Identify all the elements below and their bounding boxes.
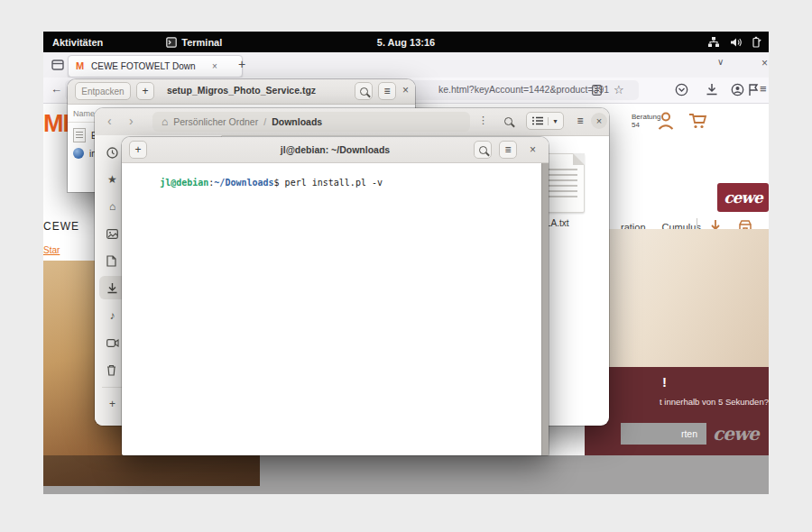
url-text: ke.html?keyAccount=1442&product=391 bbox=[438, 84, 609, 95]
search-icon bbox=[360, 87, 368, 96]
home-icon: ⌂ bbox=[161, 115, 168, 128]
archive-header-bar: Entpacken + setup_Migros_Photo_Service.t… bbox=[68, 79, 415, 105]
eula-file-label[interactable]: LA.txt bbox=[546, 218, 569, 228]
new-tab-button[interactable]: + bbox=[238, 57, 245, 71]
text-file-icon bbox=[73, 128, 86, 142]
window-close-icon[interactable]: × bbox=[761, 57, 768, 69]
tab-favicon: M bbox=[74, 60, 86, 72]
trash-icon bbox=[106, 364, 116, 376]
plus-icon: + bbox=[106, 398, 118, 410]
home-icon: ⌂ bbox=[106, 200, 118, 213]
bookmark-star-icon[interactable]: ☆ bbox=[614, 83, 624, 96]
cewe-logo-text: cewe bbox=[724, 188, 762, 206]
breadcrumb-start-link[interactable]: Star bbox=[43, 245, 60, 255]
reader-view-icon[interactable] bbox=[592, 85, 602, 96]
pictures-icon bbox=[106, 229, 118, 239]
firefox-view-icon[interactable] bbox=[51, 59, 64, 71]
downloads-icon[interactable] bbox=[706, 83, 718, 96]
star-icon: ★ bbox=[106, 173, 118, 186]
cewe-logo[interactable]: cewe bbox=[717, 183, 769, 212]
videos-icon bbox=[106, 338, 119, 348]
promo-banner: ! t innerhalb von 5 Sekunden? Bitte rten… bbox=[585, 367, 769, 455]
music-icon: ♪ bbox=[106, 309, 118, 322]
list-all-tabs-icon[interactable]: ∨ bbox=[717, 57, 724, 67]
tab-title: CEWE FOTOWELT Down bbox=[91, 61, 207, 71]
cart-icon[interactable] bbox=[687, 112, 707, 130]
banner-heading-fragment: ! bbox=[662, 374, 667, 390]
network-icon bbox=[707, 36, 720, 48]
path-more-icon[interactable]: ⋮ bbox=[478, 115, 488, 126]
fxa-account-icon[interactable] bbox=[731, 83, 744, 96]
archive-close-icon[interactable]: × bbox=[402, 84, 409, 96]
terminal-new-tab-button[interactable]: + bbox=[129, 141, 147, 159]
desktop-screen: MI Beratung 54 cewe CEWE ration Cumulus bbox=[43, 32, 769, 494]
account-icon[interactable] bbox=[657, 111, 675, 131]
search-icon bbox=[504, 117, 512, 125]
banner-button[interactable]: rten bbox=[621, 423, 706, 445]
terminal-menu-button[interactable]: ≡ bbox=[499, 141, 517, 159]
files-close-button[interactable]: × bbox=[591, 113, 607, 129]
files-header-bar: ‹ › ⌂ Persönlicher Ordner / Downloads ⋮ … bbox=[95, 108, 609, 136]
banner-body-fragment: t innerhalb von 5 Sekunden? Bitte bbox=[660, 397, 769, 407]
files-menu-button[interactable]: ≡ bbox=[571, 112, 589, 130]
extensions-icon[interactable] bbox=[747, 83, 760, 96]
migros-logo: MI bbox=[43, 110, 69, 138]
browser-tab[interactable]: M CEWE FOTOWELT Down × bbox=[68, 55, 243, 78]
breadcrumb-root[interactable]: Persönlicher Ordner bbox=[173, 116, 258, 127]
script-file-icon bbox=[73, 148, 84, 159]
document-icon bbox=[106, 255, 116, 267]
list-view-icon bbox=[532, 116, 543, 125]
files-forward-icon[interactable]: › bbox=[129, 114, 134, 128]
terminal-window: + jl@debian: ~/Downloads ≡ × jl@debian:~… bbox=[122, 137, 549, 455]
terminal-scrollbar[interactable] bbox=[541, 163, 549, 455]
prompt-user: jl@debian bbox=[160, 178, 208, 188]
battery-icon bbox=[752, 36, 761, 48]
terminal-close-icon[interactable]: × bbox=[530, 143, 536, 156]
archive-column-name[interactable]: Name bbox=[73, 109, 95, 118]
volume-icon bbox=[730, 37, 742, 48]
file-fold-corner bbox=[573, 153, 585, 165]
clock[interactable]: 5. Aug 13:16 bbox=[43, 37, 769, 48]
system-status-area[interactable] bbox=[707, 32, 761, 52]
view-toggle-button[interactable]: ▾ bbox=[526, 112, 564, 130]
breadcrumb-current[interactable]: Downloads bbox=[272, 116, 322, 127]
clock-icon bbox=[106, 147, 118, 159]
banner-cewe-logo: cewe bbox=[713, 423, 759, 445]
prompt-path: ~/Downloads bbox=[214, 178, 273, 188]
brand-secondary: CEWE bbox=[43, 220, 79, 233]
files-back-icon[interactable]: ‹ bbox=[107, 114, 112, 128]
page-dim-overlay bbox=[43, 455, 769, 494]
extract-button[interactable]: Entpacken bbox=[75, 82, 131, 100]
terminal-search-button[interactable] bbox=[474, 141, 492, 159]
back-icon[interactable]: ← bbox=[51, 82, 62, 96]
search-icon bbox=[479, 146, 487, 154]
app-menu-icon[interactable]: ≡ bbox=[760, 82, 767, 96]
tab-close-icon[interactable]: × bbox=[212, 61, 217, 71]
pocket-icon[interactable] bbox=[675, 83, 688, 96]
terminal-prompt-line: jl@debian:~/Downloads$ perl install.pl -… bbox=[127, 168, 383, 197]
downloads-icon bbox=[106, 282, 118, 294]
prompt-command: $ perl install.pl -v bbox=[274, 178, 383, 188]
browser-tab-bar: M CEWE FOTOWELT Down × + ∨ × bbox=[43, 52, 769, 78]
archive-menu-button[interactable]: ≡ bbox=[378, 82, 396, 100]
breadcrumb-separator: / bbox=[263, 116, 266, 127]
view-options-chevron-icon[interactable]: ▾ bbox=[548, 117, 557, 125]
terminal-header-bar: + jl@debian: ~/Downloads ≡ × bbox=[122, 137, 549, 163]
files-search-button[interactable] bbox=[499, 112, 517, 130]
archive-search-button[interactable] bbox=[355, 82, 373, 100]
archive-add-button[interactable]: + bbox=[136, 82, 154, 100]
path-bar[interactable]: ⌂ Persönlicher Ordner / Downloads bbox=[152, 112, 470, 132]
gnome-top-bar: Aktivitäten Terminal 5. Aug 13:16 bbox=[43, 32, 769, 52]
